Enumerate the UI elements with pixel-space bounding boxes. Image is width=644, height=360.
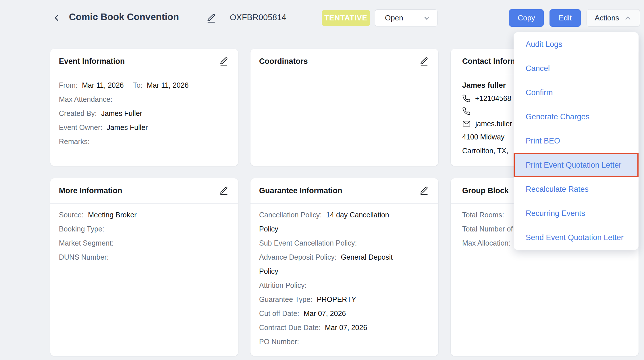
- field-label: Booking Type:: [59, 225, 104, 233]
- menu-item-label: Generate Charges: [526, 112, 589, 121]
- card-title: Event Information: [59, 57, 125, 66]
- event-id: OXFBR005814: [230, 13, 286, 22]
- field-row: Created By:James Fuller: [59, 106, 230, 120]
- field-label: To:: [133, 81, 142, 89]
- phone-icon: [462, 107, 471, 115]
- actions-button-label: Actions: [595, 14, 619, 22]
- field-value: Mar 11, 2026: [147, 81, 188, 89]
- field-row: PO Number:: [259, 335, 408, 349]
- menu-item-send-event-quotation-letter[interactable]: Send Event Quotation Letter: [514, 225, 639, 250]
- pencil-icon[interactable]: [419, 56, 430, 67]
- card-title: Group Block: [462, 186, 509, 195]
- field-row: Sub Event Cancellation Policy:: [259, 236, 408, 250]
- field-label: Market Segment:: [59, 239, 113, 247]
- menu-item-label: Confirm: [526, 88, 553, 97]
- field-value: Mar 11, 2026: [82, 81, 124, 89]
- field-label: Max Attendance:: [59, 95, 112, 103]
- contact-phone: +12104568: [475, 94, 511, 103]
- menu-item-recalculate-rates[interactable]: Recalculate Rates: [514, 177, 639, 201]
- menu-item-print-event-quotation-letter[interactable]: Print Event Quotation Letter: [514, 153, 639, 177]
- field-label: Guarantee Type:: [259, 295, 313, 303]
- menu-item-label: Cancel: [526, 64, 550, 73]
- chevron-left-icon: [52, 13, 61, 22]
- edit-button[interactable]: Edit: [549, 9, 581, 27]
- pencil-icon[interactable]: [219, 56, 230, 67]
- field-value: James Fuller: [101, 109, 142, 117]
- phone-icon: [462, 94, 471, 103]
- field-value: Mar 07, 2026: [325, 323, 367, 332]
- copy-button[interactable]: Copy: [509, 9, 544, 27]
- field-row: Guarantee Type:PROPERTY: [259, 292, 408, 307]
- actions-menu: Audit Logs Cancel Confirm Generate Charg…: [514, 32, 639, 250]
- field-value: Meeting Broker: [88, 211, 137, 219]
- menu-item-label: Print Event Quotation Letter: [526, 161, 621, 170]
- field-row: DUNS Number:: [59, 250, 230, 264]
- back-button[interactable]: [52, 13, 62, 23]
- page: { "colors": { "accent_blue": "#4D7DE9", …: [0, 0, 644, 360]
- field-label: Total Rooms:: [462, 211, 504, 219]
- menu-item-generate-charges[interactable]: Generate Charges: [514, 105, 639, 129]
- field-label: Cut off Date:: [259, 309, 299, 317]
- field-label: Advance Deposit Policy:: [259, 253, 337, 261]
- field-row: From:Mar 11, 2026To:Mar 11, 2026: [59, 78, 230, 92]
- title-edit-button[interactable]: [206, 13, 217, 24]
- field-label: Source:: [59, 211, 84, 219]
- field-row: Remarks:: [59, 135, 230, 149]
- field-label: From:: [59, 81, 78, 89]
- field-value: PROPERTY: [317, 295, 356, 303]
- card-title: Coordinators: [259, 57, 308, 66]
- mail-icon: [462, 119, 471, 128]
- field-row: Market Segment:: [59, 236, 230, 250]
- field-label: Contract Due Date:: [259, 323, 321, 332]
- field-label: Remarks:: [59, 137, 90, 145]
- contact-email: james.fuller: [475, 120, 512, 128]
- field-row: Booking Type:: [59, 222, 230, 236]
- event-information-card: Event Information From:Mar 11, 2026To:Ma…: [50, 49, 238, 166]
- page-title: Comic Book Convention: [69, 12, 179, 22]
- coordinators-card: Coordinators: [250, 49, 438, 166]
- field-label: PO Number:: [259, 338, 299, 346]
- field-value: Mar 07, 2026: [304, 309, 346, 317]
- field-label: Attrition Policy:: [259, 281, 306, 289]
- menu-item-label: Send Event Quotation Letter: [526, 233, 624, 242]
- field-label: Cancellation Policy:: [259, 211, 322, 219]
- field-row: Cut off Date:Mar 07, 2026: [259, 307, 408, 321]
- status-dropdown-value: Open: [385, 14, 403, 22]
- status-badge: TENTATIVE: [322, 10, 370, 26]
- field-value: James Fuller: [107, 123, 148, 131]
- pencil-icon: [206, 13, 217, 24]
- field-label: Sub Event Cancellation Policy:: [259, 239, 357, 247]
- menu-item-cancel[interactable]: Cancel: [514, 56, 639, 81]
- menu-item-label: Recalculate Rates: [526, 185, 589, 194]
- status-dropdown[interactable]: Open: [375, 9, 437, 26]
- pencil-icon[interactable]: [419, 185, 430, 196]
- field-row: Source:Meeting Broker: [59, 208, 230, 222]
- field-label: Event Owner:: [59, 123, 102, 131]
- field-row: Contract Due Date:Mar 07, 2026: [259, 321, 408, 335]
- pencil-icon[interactable]: [219, 185, 230, 196]
- card-title: More Information: [59, 186, 122, 195]
- guarantee-information-card: Guarantee Information Cancellation Polic…: [250, 178, 438, 356]
- menu-item-recurring-events[interactable]: Recurring Events: [514, 201, 639, 225]
- menu-item-label: Recurring Events: [526, 209, 585, 218]
- field-label: Max Allocation:: [462, 239, 510, 247]
- menu-item-print-beo[interactable]: Print BEO: [514, 129, 639, 153]
- field-label: DUNS Number:: [59, 253, 109, 261]
- menu-item-confirm[interactable]: Confirm: [514, 81, 639, 105]
- field-row: Max Attendance:: [59, 92, 230, 106]
- field-row: Cancellation Policy:14 day Cancellation …: [259, 208, 408, 236]
- menu-item-label: Audit Logs: [526, 40, 562, 49]
- field-row: Attrition Policy:: [259, 278, 408, 292]
- field-label: Created By:: [59, 109, 97, 117]
- menu-item-audit-logs[interactable]: Audit Logs: [514, 32, 639, 56]
- actions-button[interactable]: Actions: [587, 9, 640, 27]
- chevron-down-icon: [423, 14, 431, 22]
- chevron-up-icon: [624, 14, 632, 22]
- field-row: Event Owner:James Fuller: [59, 120, 230, 135]
- more-information-card: More Information Source:Meeting Broker B…: [50, 178, 238, 356]
- card-title: Guarantee Information: [259, 186, 342, 195]
- menu-item-label: Print BEO: [526, 137, 560, 145]
- field-label: Total Number of: [462, 225, 513, 233]
- field-row: Advance Deposit Policy:General Deposit P…: [259, 250, 408, 278]
